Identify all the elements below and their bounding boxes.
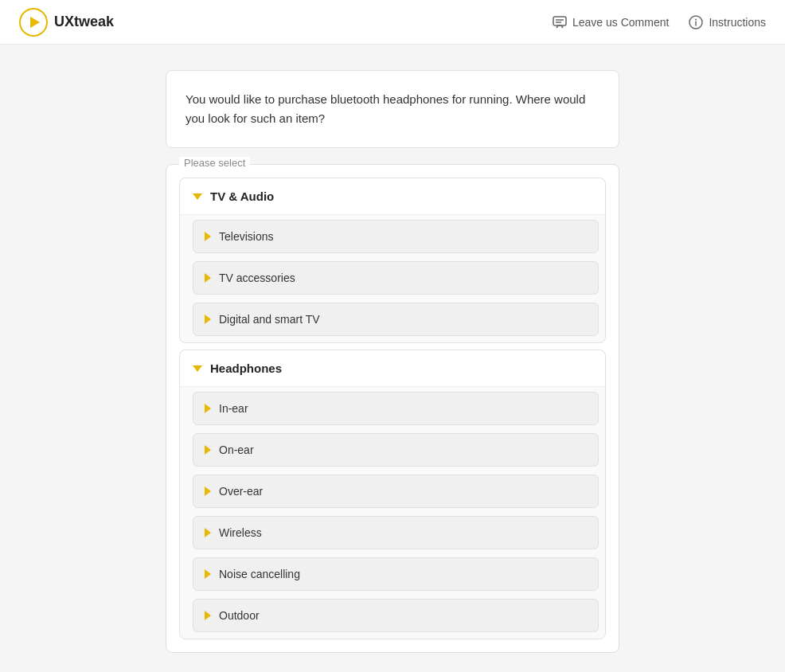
- leave-comment-button[interactable]: Leave us Comment: [552, 14, 669, 30]
- digital-smart-tv-label: Digital and smart TV: [219, 313, 320, 326]
- outdoor-chevron-right-icon: [205, 611, 211, 620]
- task-text: You would like to purchase bluetooth hea…: [186, 92, 585, 125]
- on-ear-label: On-ear: [219, 443, 254, 456]
- list-item[interactable]: Televisions: [193, 220, 599, 253]
- in-ear-label: In-ear: [219, 402, 248, 415]
- televisions-label: Televisions: [219, 230, 273, 243]
- category-tv-audio: TV & Audio Televisions TV accessories: [179, 178, 606, 343]
- svg-point-7: [695, 18, 697, 20]
- comment-icon: [552, 14, 568, 30]
- info-icon: [688, 14, 704, 30]
- on-ear-chevron-right-icon: [205, 445, 211, 455]
- list-item[interactable]: On-ear: [193, 433, 599, 467]
- tv-audio-chevron-down-icon: [193, 193, 202, 200]
- headphones-children: In-ear On-ear Over-ear Wireless: [180, 386, 605, 639]
- logo-text: UXtweak: [54, 14, 114, 30]
- list-item[interactable]: TV accessories: [193, 261, 599, 295]
- headphones-label: Headphones: [210, 361, 282, 375]
- noise-cancelling-label: Noise cancelling: [219, 568, 300, 580]
- over-ear-label: Over-ear: [219, 485, 263, 498]
- over-ear-chevron-right-icon: [205, 486, 211, 496]
- instructions-btn-label: Instructions: [709, 16, 766, 29]
- televisions-chevron-right-icon: [205, 232, 211, 241]
- header: UXtweak Leave us Comment Instructions: [0, 0, 785, 45]
- logo: UXtweak: [19, 8, 114, 37]
- content-wrapper: You would like to purchase bluetooth hea…: [166, 70, 619, 653]
- wireless-chevron-right-icon: [205, 528, 211, 537]
- svg-rect-2: [553, 17, 566, 25]
- list-item[interactable]: Digital and smart TV: [193, 303, 599, 336]
- in-ear-chevron-right-icon: [205, 404, 211, 413]
- noise-cancelling-chevron-right-icon: [205, 569, 211, 579]
- wireless-label: Wireless: [219, 526, 262, 539]
- tv-accessories-chevron-right-icon: [205, 273, 211, 283]
- select-section: Please select TV & Audio Televisions: [166, 164, 619, 653]
- svg-marker-1: [30, 17, 40, 28]
- uxtweak-logo-icon: [19, 8, 48, 37]
- list-item[interactable]: Wireless: [193, 516, 599, 549]
- select-label: Please select: [179, 157, 250, 169]
- list-item[interactable]: In-ear: [193, 392, 599, 425]
- tv-audio-children: Televisions TV accessories Digital and s…: [180, 214, 605, 342]
- category-headphones: Headphones In-ear On-ear O: [179, 350, 606, 639]
- headphones-header[interactable]: Headphones: [180, 350, 605, 386]
- comment-btn-label: Leave us Comment: [572, 16, 669, 29]
- outdoor-label: Outdoor: [219, 609, 260, 622]
- instructions-button[interactable]: Instructions: [688, 14, 766, 30]
- list-item[interactable]: Outdoor: [193, 599, 599, 632]
- tv-audio-label: TV & Audio: [210, 189, 274, 203]
- header-actions: Leave us Comment Instructions: [552, 14, 766, 30]
- list-item[interactable]: Over-ear: [193, 475, 599, 508]
- list-item[interactable]: Noise cancelling: [193, 557, 599, 591]
- task-card: You would like to purchase bluetooth hea…: [166, 70, 619, 148]
- digital-smart-tv-chevron-right-icon: [205, 315, 211, 324]
- tv-accessories-label: TV accessories: [219, 272, 295, 284]
- tv-audio-header[interactable]: TV & Audio: [180, 178, 605, 214]
- main-content: You would like to purchase bluetooth hea…: [0, 45, 785, 672]
- headphones-chevron-down-icon: [193, 365, 202, 372]
- category-tree: TV & Audio Televisions TV accessories: [179, 178, 606, 639]
